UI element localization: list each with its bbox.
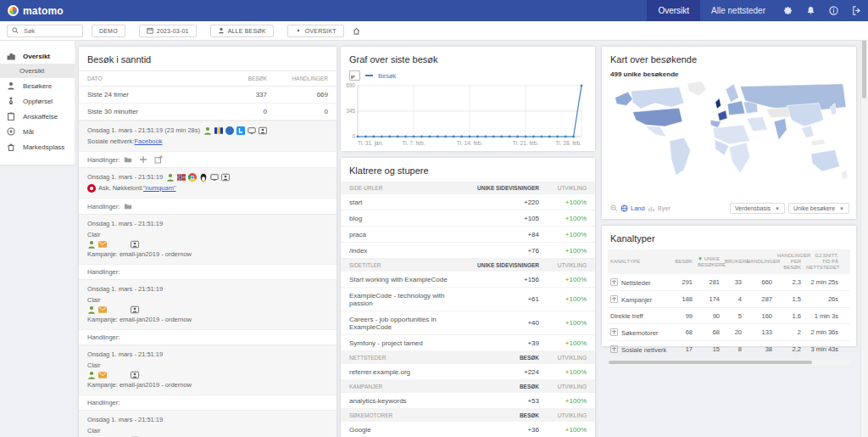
visit-referrer-link[interactable]: Facebook <box>134 136 162 147</box>
movers-row[interactable]: Careers - job opportunities in ExampleCo… <box>341 311 595 335</box>
search-input[interactable] <box>22 26 78 36</box>
movers-row[interactable]: Google+36+100% <box>341 422 595 437</box>
visit-icons-line <box>87 371 328 379</box>
movers-row-label: Careers - job opportunities in ExampleCo… <box>349 316 458 331</box>
movers-row[interactable]: start+220+100% <box>341 194 595 210</box>
channel-metric-cell: 4 <box>722 291 744 308</box>
summary-period-label: Siste 24 timer <box>79 87 214 104</box>
zoom-out-icon[interactable] <box>610 204 618 212</box>
sort-desc-icon: ▼ <box>698 256 704 261</box>
map-mode-countries[interactable]: Land <box>631 204 645 212</box>
channels-col-spre[interactable]: SPRE <box>841 249 850 274</box>
date-range-button[interactable]: 2023-03-01 <box>139 25 197 37</box>
channels-horizontal-scrollbar[interactable] <box>608 360 850 365</box>
topnav-link-overview[interactable]: Oversikt <box>647 0 700 21</box>
movers-row[interactable]: praca+84+100% <box>341 227 595 243</box>
movers-row-value: +224 <box>458 368 539 376</box>
svg-text:Ti. 7. feb.: Ti. 7. feb. <box>403 140 426 146</box>
transition-icon[interactable] <box>139 155 147 164</box>
movers-row-change: +100% <box>539 231 587 238</box>
logout-button[interactable] <box>845 0 868 21</box>
sidebar-item-mål[interactable]: Mål <box>0 124 75 139</box>
sidebar-item-oppførsel[interactable]: Oppførsel <box>0 93 75 109</box>
movers-row[interactable]: blog+105+100% <box>341 210 595 227</box>
sidebar-item-markedsplass[interactable]: Markedsplass <box>0 139 75 154</box>
visit-info: Onsdag 1. mars - 21:51:19ClairKampanje: … <box>79 214 337 264</box>
expand-row-icon[interactable] <box>610 278 618 286</box>
export-image-icon[interactable] <box>349 70 360 81</box>
legend-label: Besøk <box>378 72 396 80</box>
matomo-logo-icon <box>8 5 19 16</box>
movers-row-label: blog <box>349 215 458 222</box>
home-shortcut[interactable] <box>353 27 360 35</box>
movers-row-value: +39 <box>458 339 539 347</box>
channels-row[interactable]: Nettsteder291281336602,32 min 25s <box>608 274 850 291</box>
channels-col-unike-bes-kere[interactable]: ▼ UNIKE BESØKERE <box>695 249 722 274</box>
movers-row[interactable]: analytics-keywords+53+100% <box>341 393 595 409</box>
movers-row[interactable]: referrer.example.org+224+100% <box>341 364 595 380</box>
visit-referrer-link[interactable]: "numquam" <box>143 182 176 193</box>
map-metric-select[interactable]: Unike besøkere ▼ <box>788 203 849 214</box>
map-mode-cities[interactable]: Byer <box>658 204 670 212</box>
map-region-select[interactable]: Verdensbasis ▼ <box>730 203 785 214</box>
channels-row[interactable]: Sosiale nettverk17158382,23 min 43s <box>608 341 850 358</box>
svg-text:Ti. 28. feb.: Ti. 28. feb. <box>556 140 582 146</box>
channels-col-bes-k[interactable]: BESØK <box>671 249 695 274</box>
realtime-summary-row[interactable]: Siste 30 minutter00 <box>79 104 337 120</box>
legend-line-swatch <box>365 75 373 76</box>
profile-icon <box>131 240 139 249</box>
sidebar-item-label: Markedsplass <box>23 143 64 151</box>
visit-datetime-line: Onsdag 1. mars - 21:51:19 <box>87 349 328 360</box>
settings-button[interactable] <box>776 0 799 21</box>
behaviour-icon <box>7 97 15 105</box>
visit-actions-row: Handlinger: <box>79 395 337 410</box>
page-vertical-scrollbar[interactable] <box>860 0 868 437</box>
scrollbar-thumb[interactable] <box>609 361 812 364</box>
visits-line-chart[interactable]: 0345690Ti. 31. jan.Ti. 7. feb.Ti. 14. fe… <box>341 81 595 159</box>
channel-type-cell: Kampanjer <box>608 291 671 308</box>
segment-selector-button[interactable]: ALLE BESØK <box>210 25 274 37</box>
expand-row-icon[interactable] <box>610 345 618 353</box>
expand-row-icon[interactable] <box>610 295 618 303</box>
movers-row[interactable]: /index+76+100% <box>341 243 595 259</box>
expand-row-icon[interactable] <box>610 328 618 336</box>
channel-metric-cell: 2,2 <box>775 341 804 358</box>
external-icon[interactable] <box>154 155 163 164</box>
spacer-icon <box>109 240 128 249</box>
visit-entry: Onsdag 1. mars - 21:51:19ClairKampanje: … <box>79 345 337 410</box>
visit-info: Onsdag 1. mars - 21:51:19 (23 min 28s)So… <box>79 120 337 151</box>
sidebar-item-label: Anskaffelse <box>23 113 58 120</box>
channel-metric-cell: 1,6 <box>775 308 804 324</box>
notifications-button[interactable] <box>799 0 822 21</box>
spacer-icon <box>109 371 128 379</box>
channels-row[interactable]: Direkte treff999051601,61 min 3s <box>608 308 850 324</box>
channels-col-brukere[interactable]: BRUKERE <box>722 249 744 274</box>
realtime-summary-row[interactable]: Siste 24 timer337669 <box>79 87 337 104</box>
channel-type-cell: Nettsteder <box>608 274 671 291</box>
channels-col-handlinger[interactable]: HANDLINGER <box>744 249 775 274</box>
movers-section-header: SIDETITLERUNIKE SIDEVISNINGERUTVIKLING <box>341 259 595 272</box>
movers-row[interactable]: Start working with ExampleCode+156+100% <box>341 272 595 288</box>
home-icon <box>353 27 360 35</box>
movers-row[interactable]: Symfony - project tamed+39+100% <box>341 335 595 351</box>
site-search-box[interactable] <box>7 25 83 37</box>
sidebar-item-besøkere[interactable]: Besøkere <box>0 78 75 93</box>
folder-icon[interactable] <box>124 155 132 164</box>
folder-icon[interactable] <box>124 202 132 210</box>
channels-row[interactable]: Søkemotorer68682013322 min 36s <box>608 324 850 341</box>
sidebar-item-anskaffelse[interactable]: Anskaffelse <box>0 109 75 124</box>
matomo-brand[interactable]: matomo <box>0 5 64 17</box>
visit-referrer-text: Kampanje: email-jan2019 - ordernow <box>87 314 192 325</box>
category-selector-button[interactable]: OVERSIKT <box>287 25 344 37</box>
help-button[interactable] <box>822 0 845 21</box>
sidebar-subitem-oversikt[interactable]: Oversikt <box>0 64 75 78</box>
world-map[interactable] <box>609 80 849 192</box>
channels-col-kanaltype[interactable]: KANALTYPE <box>608 249 671 274</box>
channels-row[interactable]: Kampanjer18817442871,526s <box>608 291 850 308</box>
channel-metric-cell: 133 <box>744 324 775 341</box>
profile-icon <box>131 305 139 314</box>
site-selector-button[interactable]: DEMO <box>92 25 125 37</box>
movers-row[interactable]: ExampleCode - technology with passion+61… <box>341 288 595 311</box>
topnav-link-all-websites[interactable]: Alle nettsteder <box>700 0 776 21</box>
sidebar-item-oversikt[interactable]: Oversikt <box>0 48 75 64</box>
